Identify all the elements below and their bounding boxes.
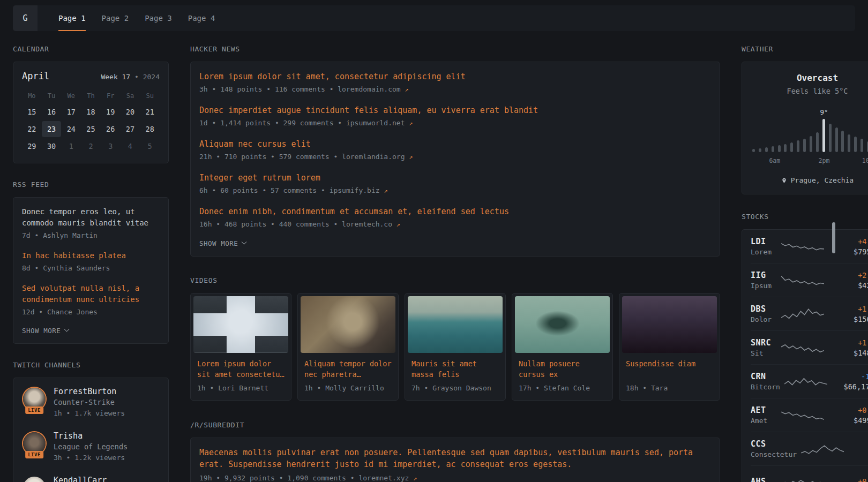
rss-item-title[interactable]: Donec tempor eros leo, ut commodo mauris… — [22, 206, 160, 229]
channel-name[interactable]: ForrestBurton — [54, 387, 125, 396]
hn-item-title[interactable]: Integer eget rutrum lorem — [199, 172, 711, 184]
weather-hour-bar — [765, 147, 768, 152]
hn-item-title[interactable]: Donec enim nibh, condimentum et accumsan… — [199, 206, 711, 217]
calendar-day[interactable]: 22 — [22, 121, 42, 137]
hn-item-meta-text: 6h • 60 points • 57 comments • ipsumify.… — [199, 186, 380, 194]
calendar-day[interactable]: 29 — [22, 138, 42, 154]
rss-item-meta: 12d • Chance Jones — [22, 307, 160, 317]
calendar-day[interactable]: 5 — [140, 138, 160, 154]
rss-show-more-button[interactable]: SHOW MORE — [22, 327, 160, 335]
calendar-day[interactable]: 27 — [121, 121, 140, 137]
video-card[interactable]: Suspendisse diam 18h • Tara — [619, 293, 720, 401]
hn-item: Donec imperdiet augue tincidunt felis al… — [199, 104, 711, 128]
external-link-icon[interactable]: ↗ — [396, 221, 400, 228]
weather-hour-bar — [835, 127, 838, 152]
video-card[interactable]: Nullam posuere cursus ex 17h • Stefan Co… — [512, 293, 613, 401]
rss-item-title[interactable]: Sed volutpat nulla nisl, a condimentum n… — [22, 283, 160, 305]
video-title[interactable]: Lorem ipsum dolor sit amet consectetu… — [197, 358, 285, 380]
calendar-day[interactable]: 3 — [101, 138, 121, 154]
calendar-day[interactable]: 19 — [101, 104, 121, 120]
video-title[interactable]: Aliquam tempor dolor nec pharetra… — [304, 358, 392, 380]
external-link-icon[interactable]: ↗ — [405, 86, 409, 93]
calendar-day[interactable]: 24 — [61, 121, 81, 137]
stock-price: $499.72 — [828, 416, 868, 425]
calendar-grid: MoTuWeThFrSaSu15161718192021222324252627… — [22, 89, 160, 154]
calendar-day[interactable]: 18 — [81, 104, 101, 120]
video-meta: 1h • Molly Carrillo — [304, 383, 392, 393]
calendar-day[interactable]: 26 — [101, 121, 121, 137]
external-link-icon[interactable]: ↗ — [409, 153, 413, 161]
channel-name[interactable]: Trisha — [54, 431, 128, 441]
video-thumbnail[interactable] — [301, 296, 395, 353]
calendar-day[interactable]: 17 — [61, 104, 81, 120]
video-title[interactable]: Suspendisse diam — [626, 358, 713, 380]
videos-section-title: VIDEOS — [190, 276, 720, 284]
page-tab[interactable]: Page 2 — [94, 5, 137, 31]
calendar-day[interactable]: 1 — [61, 138, 81, 154]
tab-label: Page 2 — [102, 14, 129, 22]
video-card[interactable]: Aliquam tempor dolor nec pharetra… 1h • … — [297, 293, 399, 401]
stock-row[interactable]: CCS Consectetur +0.51% $165.84 — [751, 432, 868, 466]
video-title[interactable]: Nullam posuere cursus ex — [519, 358, 606, 380]
tab-label: Page 3 — [145, 14, 172, 22]
stock-row[interactable]: DBS Dolor +1.42% $156.28 — [751, 297, 868, 331]
page-tab[interactable]: Page 4 — [180, 5, 223, 31]
stock-row[interactable]: SNRC Sit +1.36% $148.64 — [751, 331, 868, 365]
app-logo[interactable]: G — [13, 5, 38, 31]
video-thumbnail[interactable] — [515, 296, 610, 353]
channel-name[interactable]: KendallCarr — [54, 476, 107, 482]
calendar-day[interactable]: 30 — [42, 138, 62, 154]
calendar-day[interactable]: 16 — [42, 104, 62, 120]
stock-row[interactable]: CRN Bitcorn -1.00% $66,171.48 — [751, 365, 868, 398]
video-thumbnail[interactable] — [193, 296, 288, 353]
rss-section-title: RSS FEED — [13, 180, 169, 189]
calendar-day[interactable]: 23 — [42, 121, 62, 137]
stock-row[interactable]: AET Amet +0.92% $499.72 — [751, 398, 868, 432]
stock-row[interactable]: LDI Lorem +4.35% $795.18 — [751, 230, 868, 263]
twitch-channel[interactable]: KendallCarr — [22, 476, 160, 482]
scrollbar[interactable] — [832, 222, 835, 253]
stock-sparkline — [801, 440, 844, 458]
stock-change: +1.42% — [828, 305, 868, 313]
calendar-day[interactable]: 15 — [22, 104, 42, 120]
stock-row[interactable]: IIG Ipsum +2.84% $42.04 — [751, 263, 868, 297]
hn-item-title[interactable]: Aliquam nec cursus elit — [199, 138, 711, 150]
twitch-channel[interactable]: LIVE ForrestBurton Counter-Strike 1h • 1… — [22, 387, 160, 418]
channel-game[interactable]: League of Legends — [54, 442, 128, 451]
tab-label: Page 1 — [58, 14, 86, 22]
stocks-section-title: STOCKS — [742, 213, 868, 221]
stock-price: $165.84 — [848, 450, 868, 458]
external-link-icon[interactable]: ↗ — [409, 119, 413, 127]
external-link-icon[interactable]: ↗ — [384, 187, 387, 194]
channel-game[interactable]: Counter-Strike — [54, 398, 125, 406]
subreddit-card: Maecenas mollis pulvinar erat non posuer… — [190, 438, 720, 482]
page-tab[interactable]: Page 1 — [50, 5, 94, 31]
calendar-day[interactable]: 28 — [140, 121, 160, 137]
video-title[interactable]: Mauris sit amet massa felis — [411, 358, 499, 380]
calendar-day[interactable]: 4 — [121, 138, 140, 154]
rss-item-title[interactable]: In hac habitasse platea — [22, 250, 160, 261]
external-link-icon[interactable]: ↗ — [413, 475, 417, 482]
twitch-channel[interactable]: LIVE Trisha League of Legends 3h • 1.2k … — [22, 431, 160, 463]
weather-hour-bar — [784, 144, 787, 153]
page-tab[interactable]: Page 3 — [137, 5, 180, 31]
video-card[interactable]: Lorem ipsum dolor sit amet consectetu… 1… — [190, 293, 291, 401]
weather-location-row[interactable]: Prague, Czechia — [751, 176, 868, 184]
calendar-day[interactable]: 25 — [81, 121, 101, 137]
calendar-day[interactable]: 2 — [81, 138, 101, 154]
calendar-day[interactable]: 21 — [140, 104, 160, 120]
tab-label: Page 4 — [188, 14, 215, 22]
reddit-post-title[interactable]: Maecenas mollis pulvinar erat non posuer… — [199, 447, 711, 470]
hn-item-title[interactable]: Lorem ipsum dolor sit amet, consectetur … — [199, 71, 711, 82]
hn-item-title[interactable]: Donec imperdiet augue tincidunt felis al… — [199, 104, 711, 116]
hackernews-show-more-button[interactable]: SHOW MORE — [199, 239, 711, 247]
video-meta: 18h • Tara — [626, 383, 713, 393]
weather-feels-like: Feels like 5°C — [751, 87, 868, 95]
stock-sparkline — [784, 372, 827, 390]
stock-row[interactable]: AHS +0.46% — [751, 466, 868, 482]
video-thumbnail[interactable] — [622, 296, 717, 353]
calendar-day[interactable]: 20 — [121, 104, 140, 120]
video-thumbnail[interactable] — [408, 296, 503, 353]
calendar-day-header: Mo — [22, 89, 42, 103]
video-card[interactable]: Mauris sit amet massa felis 7h • Grayson… — [405, 293, 506, 401]
